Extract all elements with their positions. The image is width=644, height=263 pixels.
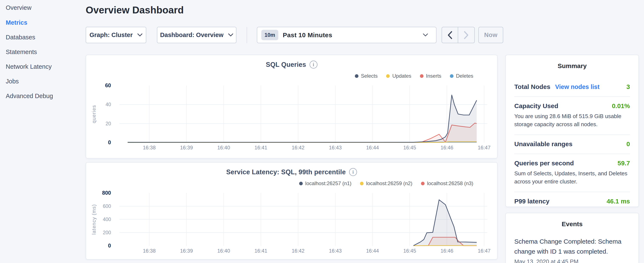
dashboard-dropdown[interactable]: Dashboard: Overview [157, 27, 236, 43]
summary-row-total-nodes: Total Nodes View nodes list 3 [514, 83, 630, 90]
y-tick-label: 800 [102, 190, 111, 196]
summary-description: Sum of Selects, Updates, Inserts, and De… [514, 169, 630, 186]
sql-queries-chart-card: SQL Queries i SelectsUpdatesInsertsDelet… [86, 55, 498, 158]
summary-label: Capacity Used [514, 102, 558, 110]
summary-row-queries-per-second: Queries per second 59.7 [514, 160, 630, 167]
y-tick-label: 40 [106, 102, 111, 107]
summary-panel: Summary Total Nodes View nodes list 3 Ca… [506, 55, 639, 207]
divider [514, 134, 630, 135]
service-latency-chart-card: Service Latency: SQL, 99th percentile i … [86, 162, 498, 259]
x-tick-label: 16:38 [143, 248, 156, 254]
x-tick-label: 16:41 [254, 145, 267, 150]
x-tick-label: 16:40 [217, 145, 230, 150]
sidebar-item-network-latency[interactable]: Network Latency [6, 63, 52, 70]
chevron-down-icon [137, 34, 142, 37]
graph-dropdown[interactable]: Graph: Cluster [86, 27, 146, 43]
now-button[interactable]: Now [478, 27, 503, 43]
time-window-select[interactable]: 10m Past 10 Minutes [257, 27, 436, 43]
x-tick-label: 16:40 [217, 248, 230, 254]
series-line [128, 95, 477, 142]
divider [514, 154, 630, 154]
next-time-button[interactable] [458, 27, 474, 43]
divider [514, 192, 630, 192]
chevron-right-icon [464, 31, 469, 39]
time-pager [442, 27, 475, 43]
time-window-label: Past 10 Minutes [283, 32, 332, 39]
x-tick-label: 16:44 [366, 248, 379, 254]
y-axis-label: latency (ms) [91, 204, 97, 234]
summary-label: Queries per second [514, 160, 574, 167]
chevron-down-icon [228, 34, 233, 37]
y-tick-label: 200 [103, 230, 111, 235]
metrics-page: Overview Metrics Databases Statements Ne… [0, 0, 644, 263]
x-tick-label: 16:46 [440, 145, 453, 150]
sidebar-item-databases[interactable]: Databases [6, 34, 35, 41]
x-tick-label: 16:45 [403, 248, 416, 254]
controls-divider [247, 27, 247, 43]
event-item-timestamp: May 13, 2020 at 4:45 PM [514, 258, 630, 263]
summary-value: 3 [626, 83, 630, 90]
sidebar-item-advanced-debug[interactable]: Advanced Debug [6, 92, 53, 100]
y-tick-label: 0 [108, 242, 111, 248]
series-area [414, 200, 477, 246]
summary-row-capacity-used: Capacity Used 0.01% [514, 102, 630, 110]
y-tick-label: 0 [108, 139, 111, 145]
sidebar-item-jobs[interactable]: Jobs [6, 78, 19, 85]
series-area [128, 95, 477, 143]
service-latency-chart: 16:3816:3916:4016:4116:4216:4316:4416:45… [86, 163, 497, 259]
series-line [128, 123, 477, 142]
x-tick-label: 16:44 [366, 145, 379, 150]
x-tick-label: 16:39 [180, 145, 193, 150]
time-window-badge: 10m [261, 30, 278, 40]
sidebar-item-metrics[interactable]: Metrics [6, 19, 28, 26]
summary-value: 0 [626, 140, 630, 148]
summary-label: Unavailable ranges [514, 140, 572, 148]
prev-time-button[interactable] [442, 27, 458, 43]
summary-value: 59.7 [618, 160, 630, 167]
page-title: Overview Dashboard [86, 4, 184, 16]
y-tick-label: 20 [106, 121, 111, 126]
summary-value: 46.1 ms [606, 198, 630, 205]
divider [514, 96, 630, 97]
x-tick-label: 16:41 [254, 248, 267, 254]
x-tick-label: 16:38 [143, 145, 156, 150]
x-tick-label: 16:46 [440, 248, 453, 254]
sidebar-item-overview[interactable]: Overview [6, 4, 32, 12]
dashboard-dropdown-label: Dashboard: Overview [160, 32, 224, 39]
summary-label: Total Nodes [514, 83, 550, 90]
graph-dropdown-label: Graph: Cluster [90, 32, 133, 39]
sidebar-item-statements[interactable]: Statements [6, 48, 37, 56]
events-panel: Events Schema Change Completed: Schema c… [506, 213, 639, 263]
view-nodes-list-link[interactable]: View nodes list [555, 83, 600, 90]
summary-description: You are using 28.6 MiB of 515.9 GiB usab… [514, 112, 630, 129]
sidebar: Overview Metrics Databases Statements Ne… [0, 0, 83, 263]
sql-queries-chart: 16:3816:3916:4016:4116:4216:4316:4416:45… [86, 55, 497, 158]
event-item-text[interactable]: Schema Change Completed: Schema change w… [514, 237, 630, 256]
x-tick-label: 16:42 [292, 145, 304, 150]
summary-row-unavailable-ranges: Unavailable ranges 0 [514, 140, 630, 148]
chevron-down-icon [423, 34, 428, 37]
x-tick-label: 16:43 [329, 248, 342, 254]
y-tick-label: 400 [103, 217, 111, 222]
chevron-left-icon [447, 31, 453, 39]
events-title: Events [506, 220, 638, 228]
summary-title: Summary [506, 62, 638, 70]
x-tick-label: 16:43 [329, 145, 342, 150]
summary-value: 0.01% [612, 102, 630, 110]
summary-row-p99-latency: P99 latency 46.1 ms [514, 198, 630, 205]
x-tick-label: 16:39 [180, 248, 193, 254]
x-tick-label: 16:42 [292, 248, 304, 254]
x-tick-label: 16:47 [478, 248, 490, 254]
summary-label: P99 latency [514, 198, 550, 205]
x-tick-label: 16:47 [478, 145, 490, 150]
y-axis-label: queries [91, 105, 97, 123]
y-tick-label: 60 [105, 82, 111, 88]
x-tick-label: 16:45 [403, 145, 416, 150]
y-tick-label: 600 [103, 203, 111, 209]
series-area [128, 123, 477, 143]
